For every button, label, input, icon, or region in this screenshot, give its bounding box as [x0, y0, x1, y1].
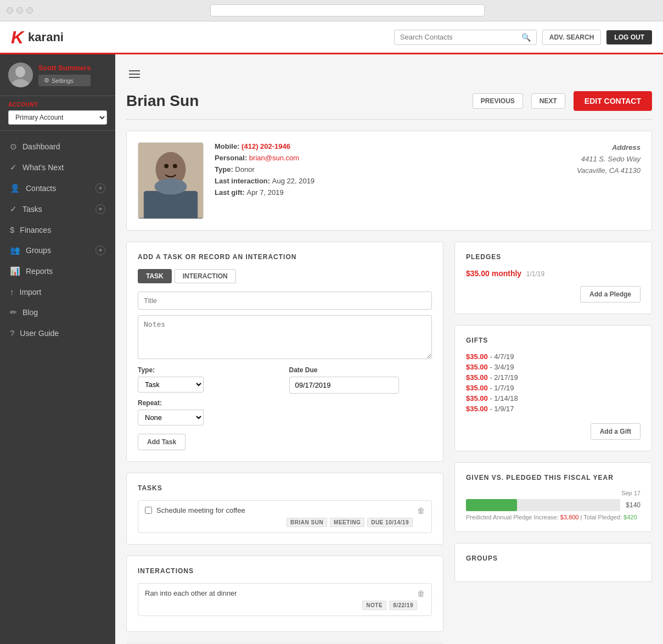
interactions-section-title: INTERACTIONS: [138, 567, 432, 575]
sidebar-item-reports[interactable]: 📊 Reports: [0, 261, 115, 282]
type-field-label: Type:: [138, 366, 281, 374]
sidebar-item-finances[interactable]: $ Finances: [0, 220, 115, 240]
settings-button[interactable]: ⚙ Settings: [38, 75, 91, 86]
sidebar-username: Scott Summers: [38, 64, 91, 72]
predicted-label: Predicted Annual Pledge Increase:: [466, 514, 559, 520]
list-item: Ran into each other at dinner NOTE 8/22/…: [138, 583, 432, 616]
interaction-content: Ran into each other at dinner NOTE 8/22/…: [145, 589, 417, 610]
task-notes-textarea[interactable]: [138, 315, 432, 359]
gift-date: - 3/4/19: [490, 363, 514, 371]
add-gift-button[interactable]: Add a Gift: [591, 423, 640, 440]
browser-dots: [7, 7, 33, 14]
logout-button[interactable]: LOG OUT: [606, 30, 652, 44]
task-checkbox[interactable]: [145, 507, 152, 514]
gear-icon: ⚙: [44, 77, 49, 84]
contact-last-interaction: Aug 22, 2019: [272, 177, 314, 185]
contact-address: Address 4411 S. Sedo Way Vacaville, CA 4…: [577, 142, 640, 219]
tasks-icon: ✓: [10, 204, 17, 214]
sidebar-item-user-guide[interactable]: ? User Guide: [0, 323, 115, 343]
sidebar-nav: ⊙ Dashboard ✓ What's Next 👤 Contacts + ✓…: [0, 131, 115, 644]
task-type-select[interactable]: Task Meeting Call Email: [138, 377, 204, 393]
previous-button[interactable]: PREVIOUS: [473, 93, 523, 109]
task-delete-icon[interactable]: 🗑: [417, 506, 425, 515]
chart-area: Sep 17 $140 Predicted Annual Pledge Incr…: [466, 490, 640, 520]
import-icon: ↑: [10, 287, 14, 296]
search-bar[interactable]: 🔍: [394, 30, 537, 45]
interaction-text: Ran into each other at dinner: [145, 589, 417, 597]
repeat-field-label: Repeat:: [138, 399, 432, 407]
add-pledge-button[interactable]: Add a Pledge: [580, 286, 640, 303]
account-select[interactable]: Primary Account: [8, 110, 107, 125]
task-content: Schedule meeting for coffee BRIAN SUN ME…: [156, 506, 413, 527]
tasks-add-icon[interactable]: +: [95, 204, 105, 214]
groups-add-icon[interactable]: +: [95, 245, 105, 255]
contact-email[interactable]: brian@sun.com: [249, 154, 299, 162]
chart-bar-track: [466, 499, 620, 511]
chart-date-label: Sep 17: [466, 490, 640, 496]
address-label: Address: [577, 142, 640, 154]
search-input[interactable]: [400, 33, 521, 41]
task-tag: BRIAN SUN: [286, 518, 327, 527]
logo[interactable]: K karani: [11, 29, 64, 46]
chart-section: Given vs. Pledged This Fiscal Year Sep 1…: [454, 462, 652, 532]
settings-label: Settings: [52, 77, 74, 84]
contacts-icon: 👤: [10, 183, 20, 193]
dashboard-icon: ⊙: [10, 142, 17, 152]
tasks-section-title: TASKS: [138, 484, 432, 492]
svg-rect-5: [144, 191, 198, 219]
add-task-button[interactable]: Add Task: [138, 434, 186, 450]
task-repeat-group: Repeat: None Daily Weekly Monthly: [138, 399, 432, 425]
sidebar-user-info: Scott Summers ⚙ Settings: [38, 64, 91, 86]
chart-title: Given vs. Pledged This Fiscal Year: [466, 474, 640, 481]
add-task-section: ADD A TASK OR RECORD AN INTERACTION TASK…: [126, 242, 443, 462]
tab-task[interactable]: TASK: [138, 269, 172, 283]
list-item: $35.00 - 3/4/19: [466, 363, 640, 371]
interaction-delete-icon[interactable]: 🗑: [417, 589, 425, 598]
task-title-input[interactable]: [138, 292, 432, 310]
sidebar-item-label: User Guide: [20, 329, 59, 338]
chart-bar-label: $140: [626, 501, 640, 509]
sidebar-item-tasks[interactable]: ✓ Tasks +: [0, 199, 115, 220]
sidebar-item-dashboard[interactable]: ⊙ Dashboard: [0, 136, 115, 157]
adv-search-button[interactable]: ADV. SEARCH: [542, 30, 602, 45]
tab-interaction[interactable]: INTERACTION: [175, 269, 236, 283]
date-due-field-label: Date Due: [289, 366, 432, 374]
hamburger-line: [129, 74, 140, 75]
task-tag: DUE 10/14/19: [367, 518, 413, 527]
sidebar-item-import[interactable]: ↑ Import: [0, 282, 115, 302]
sidebar-item-groups[interactable]: 👥 Groups +: [0, 240, 115, 261]
sidebar-item-blog[interactable]: ✏ Blog: [0, 302, 115, 323]
pledge-item: $35.00 monthly 1/1/19: [466, 269, 640, 278]
contact-mobile: (412) 202-1946: [241, 142, 290, 150]
contact-last-gift: Apr 7, 2019: [247, 188, 284, 197]
edit-contact-button[interactable]: EDIT CONTACT: [574, 91, 652, 111]
contact-type-row: Type: Donor: [215, 165, 566, 173]
chart-bar-container: $140: [466, 499, 640, 511]
browser-dot-green: [26, 7, 33, 14]
task-repeat-select[interactable]: None Daily Weekly Monthly: [138, 410, 204, 425]
address-line1: 4411 S. Sedo Way: [577, 154, 640, 165]
sidebar-item-label: Import: [20, 288, 42, 296]
sidebar-item-whats-next[interactable]: ✓ What's Next: [0, 157, 115, 178]
gift-amount: $35.00: [466, 394, 488, 402]
contact-mobile-row: Mobile: (412) 202-1946: [215, 142, 566, 150]
tasks-section: TASKS Schedule meeting for coffee BRIAN …: [126, 473, 443, 545]
right-column: Pledges $35.00 monthly 1/1/19 Add a Pled…: [454, 242, 652, 644]
task-date-input[interactable]: [289, 377, 399, 394]
sidebar-item-label: Reports: [26, 267, 53, 276]
browser-addressbar[interactable]: [210, 4, 485, 16]
finances-icon: $: [10, 225, 14, 234]
logo-k: K: [11, 29, 24, 46]
gifts-title: Gifts: [466, 337, 640, 344]
sidebar-item-contacts[interactable]: 👤 Contacts +: [0, 178, 115, 199]
next-button[interactable]: NEXT: [531, 93, 565, 109]
task-repeat-row: Repeat: None Daily Weekly Monthly: [138, 399, 432, 425]
contacts-add-icon[interactable]: +: [95, 183, 105, 193]
hamburger-menu[interactable]: [126, 65, 143, 83]
task-tags: BRIAN SUN MEETING DUE 10/14/19: [156, 518, 413, 527]
sidebar-item-label: Finances: [20, 226, 51, 234]
left-column: ADD A TASK OR RECORD AN INTERACTION TASK…: [126, 242, 443, 644]
list-item: $35.00 - 4/7/19: [466, 352, 640, 361]
svg-point-1: [15, 66, 25, 77]
two-col-layout: ADD A TASK OR RECORD AN INTERACTION TASK…: [126, 242, 652, 644]
